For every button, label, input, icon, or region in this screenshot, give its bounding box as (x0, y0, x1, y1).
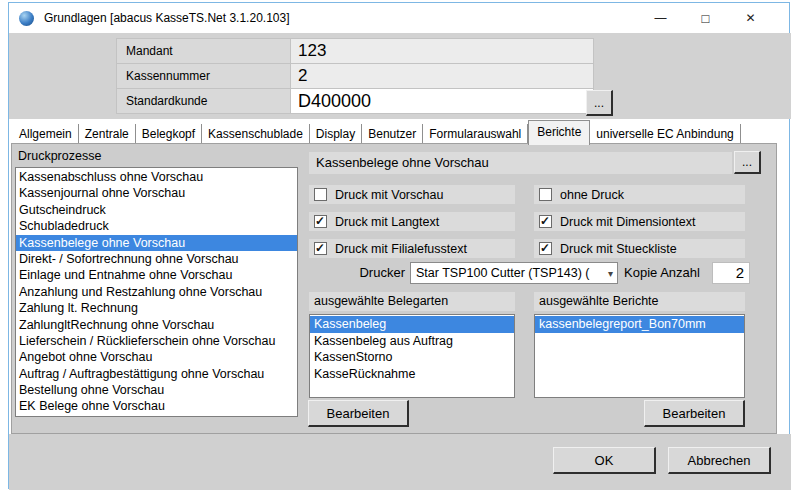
druckprozesse-item[interactable]: Schubladedruck (16, 218, 297, 234)
window-title: Grundlagen [abacus KasseTS.Net 3.1.20.10… (44, 11, 290, 25)
tab-display[interactable]: Display (310, 124, 362, 145)
druckprozesse-item[interactable]: Kassenabschluss ohne Vorschau (16, 169, 297, 185)
field-rows: Mandant 123 Kassennummer 2 Standardkunde… (116, 38, 594, 114)
berichte-bearbeiten-button[interactable]: Bearbeiten (644, 400, 745, 427)
checkbox-label: Druck mit Dimensiontext (560, 215, 695, 229)
tab-allgemein[interactable]: Allgemein (13, 124, 79, 145)
checkbox-label: Druck mit Langtext (335, 215, 439, 229)
druckprozesse-item[interactable]: Gutscheindruck (16, 202, 297, 218)
checkbox-icon[interactable]: ✓ (539, 188, 552, 201)
close-button[interactable]: ✕ (728, 3, 773, 33)
header-section: Mandant 123 Kassennummer 2 Standardkunde… (9, 33, 791, 119)
druckprozesse-item[interactable]: Zahlung lt. Rechnung (16, 300, 297, 316)
druckprozesse-item[interactable]: Anzahlung und Restzahlung ohne Vorschau (16, 284, 297, 300)
checkbox-icon[interactable]: ✓ (314, 242, 327, 255)
tab-zentrale[interactable]: Zentrale (79, 124, 136, 145)
checkbox-label: ohne Druck (560, 188, 624, 202)
druckprozesse-item[interactable]: ZahlungltRechnung ohne Vorschau (16, 317, 297, 333)
tab-kassenschublade[interactable]: Kassenschublade (202, 124, 310, 145)
belegarten-list[interactable]: Kassenbeleg Kassenbeleg aus Auftrag Kass… (309, 314, 515, 398)
druckprozesse-item[interactable]: Kassenjournal ohne Vorschau (16, 185, 297, 201)
standardkunde-browse-button[interactable]: ... (586, 90, 613, 116)
kassennummer-label: Kassennummer (116, 63, 291, 89)
checkbox-label: Druck mit Filialefusstext (335, 242, 467, 256)
druckprozesse-list[interactable]: Kassenabschluss ohne Vorschau Kassenjour… (15, 167, 298, 417)
belegarten-item[interactable]: KassenStorno (310, 349, 514, 366)
chevron-down-icon: ▾ (604, 268, 617, 279)
checkbox-druck-mit-langtext[interactable]: ✓ Druck mit Langtext (309, 212, 515, 231)
druckprozesse-item[interactable]: Auftrag / Auftragbestättigung ohne Vorsc… (16, 366, 297, 382)
title-bar[interactable]: Grundlagen [abacus KasseTS.Net 3.1.20.10… (9, 3, 789, 33)
checkbox-druck-mit-stueckliste[interactable]: ✓ Druck mit Stueckliste (534, 239, 745, 258)
druckprozesse-label: Druckprozesse (18, 149, 101, 163)
kopie-anzahl-label: Kopie Anzahl (624, 262, 710, 284)
checkbox-icon[interactable]: ✓ (539, 242, 552, 255)
checkbox-label: Druck mit Stueckliste (560, 242, 677, 256)
screen: Grundlagen [abacus KasseTS.Net 3.1.20.10… (0, 0, 800, 501)
mandant-field: 123 (291, 38, 594, 64)
belegarten-item[interactable]: Kassenbeleg aus Auftrag (310, 333, 514, 350)
drucker-dropdown-value: Star TSP100 Cutter (TSP143) ( (416, 266, 589, 280)
belegarten-label: ausgewählte Belegarten (309, 292, 515, 311)
standardkunde-input[interactable]: D400000 (291, 88, 594, 114)
drucker-label: Drucker (309, 262, 405, 284)
selected-process-title: Kassenbelege ohne Vorschau (309, 152, 732, 174)
maximize-button[interactable]: □ (683, 3, 728, 33)
druckprozesse-item[interactable]: Direkt- / Sofortrechnung ohne Vorschau (16, 251, 297, 267)
ok-button[interactable]: OK (553, 447, 656, 474)
belegarten-bearbeiten-button[interactable]: Bearbeiten (308, 400, 409, 427)
footer-bar: OK Abbrechen (9, 434, 791, 490)
tab-benutzer[interactable]: Benutzer (362, 124, 423, 145)
druckprozesse-item[interactable]: Angebot ohne Vorschau (16, 349, 297, 365)
field-row-standardkunde: Standardkunde D400000 (116, 88, 594, 114)
check-icon: ✓ (540, 241, 550, 255)
tab-formularauswahl[interactable]: Formularauswahl (423, 124, 528, 145)
check-icon: ✓ (540, 214, 550, 228)
tab-berichte[interactable]: Berichte (528, 120, 590, 145)
standardkunde-label: Standardkunde (116, 88, 291, 114)
abbrechen-button[interactable]: Abbrechen (668, 447, 771, 474)
minimize-button[interactable]: — (638, 3, 683, 33)
checkbox-label: Druck mit Vorschau (335, 188, 443, 202)
druckprozesse-item[interactable]: Kassenbelege ohne Vorschau (16, 235, 297, 251)
mandant-label: Mandant (116, 38, 291, 64)
window-controls: — □ ✕ (638, 3, 773, 33)
berichte-label: ausgewählte Berichte (534, 292, 745, 311)
dialog-window: Grundlagen [abacus KasseTS.Net 3.1.20.10… (8, 2, 790, 489)
kopie-anzahl-input[interactable]: 2 (712, 262, 750, 284)
berichte-list[interactable]: kassenbelegreport_Bon70mm (534, 314, 745, 398)
checkbox-icon[interactable]: ✓ (314, 215, 327, 228)
berichte-tab-page: Druckprozesse Kassenabschluss ohne Vorsc… (11, 143, 777, 434)
druckprozesse-item[interactable]: Bestellung ohne Vorschau (16, 382, 297, 398)
checkbox-ohne-druck[interactable]: ✓ ohne Druck (534, 185, 745, 204)
field-row-kassennummer: Kassennummer 2 (116, 63, 594, 89)
druckprozesse-item[interactable]: Lieferschein / Rücklieferschein ohne Vor… (16, 333, 297, 349)
druckprozesse-item[interactable]: Einlage und Entnahme ohne Vorschau (16, 267, 297, 283)
kassennummer-field: 2 (291, 63, 594, 89)
close-icon: ✕ (745, 11, 755, 25)
tab-strip: Allgemein Zentrale Belegkopf Kassenschub… (11, 119, 789, 145)
checkbox-druck-mit-filialefusstext[interactable]: ✓ Druck mit Filialefusstext (309, 239, 515, 258)
checkbox-icon[interactable]: ✓ (539, 215, 552, 228)
checkbox-druck-mit-dimensiontext[interactable]: ✓ Druck mit Dimensiontext (534, 212, 745, 231)
checkbox-druck-mit-vorschau[interactable]: ✓ Druck mit Vorschau (309, 185, 515, 204)
minimize-icon: — (655, 11, 667, 25)
checkbox-icon[interactable]: ✓ (314, 188, 327, 201)
belegarten-item[interactable]: Kassenbeleg (310, 316, 514, 333)
druckprozesse-item[interactable]: EK Belege ohne Vorschau (16, 398, 297, 414)
berichte-item[interactable]: kassenbelegreport_Bon70mm (535, 316, 744, 333)
belegarten-item[interactable]: KasseRücknahme (310, 366, 514, 383)
drucker-dropdown[interactable]: Star TSP100 Cutter (TSP143) ( ▾ (410, 262, 618, 284)
field-row-mandant: Mandant 123 (116, 38, 594, 64)
app-logo-icon (19, 11, 34, 26)
tab-belegkopf[interactable]: Belegkopf (136, 124, 202, 145)
check-icon: ✓ (315, 214, 325, 228)
process-browse-button[interactable]: ... (734, 151, 761, 174)
maximize-icon: □ (702, 11, 710, 26)
tab-universelle-ec-anbindung[interactable]: universelle EC Anbindung (590, 124, 740, 145)
check-icon: ✓ (315, 241, 325, 255)
